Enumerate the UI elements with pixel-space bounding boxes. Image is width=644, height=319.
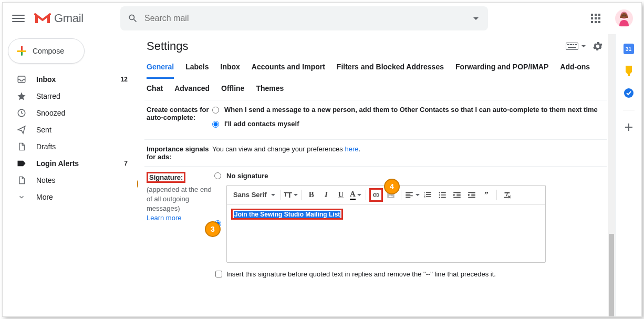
svg-point-7 <box>439 194 440 195</box>
left-sidebar: Compose Inbox 12 Starred Snoozed Sent <box>3 34 137 316</box>
tab-themes[interactable]: Themes <box>256 84 284 92</box>
scrollbar-thumb[interactable] <box>609 234 614 316</box>
font-size-button[interactable]: TT <box>284 188 298 202</box>
topbar: Gmail <box>3 3 641 34</box>
sidebar-item-login-alerts[interactable]: Login Alerts 7 <box>3 155 137 172</box>
google-apps-icon[interactable] <box>591 14 600 23</box>
search-bar[interactable] <box>120 6 488 30</box>
main-menu-icon[interactable] <box>12 12 25 25</box>
signature-learn-more[interactable]: Learn more <box>147 214 212 222</box>
no-signature-label: No signature <box>226 172 268 180</box>
importance-link[interactable]: here <box>345 145 358 153</box>
sent-icon <box>16 125 27 135</box>
bold-button[interactable]: B <box>305 188 318 202</box>
svg-point-6 <box>439 192 440 193</box>
underline-button[interactable]: U <box>334 188 348 202</box>
remove-formatting-button[interactable] <box>500 188 514 202</box>
sidebar-label: Sent <box>36 126 129 134</box>
contacts-opt2-text: I'll add contacts myself <box>224 120 299 128</box>
search-options-caret-icon[interactable] <box>473 17 479 20</box>
align-button[interactable] <box>404 188 420 202</box>
tag-icon <box>16 159 27 168</box>
section-contacts: Create contacts for auto-complete: When … <box>137 100 615 139</box>
signature-textarea[interactable]: Join the Sewing Studio Mailing List <box>227 204 545 262</box>
contacts-opt2-radio[interactable] <box>212 121 219 128</box>
account-avatar[interactable] <box>615 9 633 27</box>
sidebar-label: Login Alerts <box>36 159 124 168</box>
tab-forwarding[interactable]: Forwarding and POP/IMAP <box>455 57 548 79</box>
sidebar-item-drafts[interactable]: Drafts <box>3 138 137 155</box>
sidebar-item-notes[interactable]: Notes <box>3 172 137 189</box>
keep-icon[interactable] <box>624 66 634 76</box>
input-tools-icon[interactable] <box>566 43 578 50</box>
svg-point-9 <box>624 88 633 98</box>
svg-point-1 <box>622 15 624 16</box>
calendar-icon[interactable]: 31 <box>624 44 634 54</box>
tab-offline[interactable]: Offline <box>221 84 244 92</box>
tasks-icon[interactable] <box>624 88 634 98</box>
quote-button[interactable]: ” <box>480 188 493 202</box>
settings-header: Settings <box>137 34 615 57</box>
importance-text1: You can view and change your preferences <box>212 145 345 153</box>
sidebar-item-inbox[interactable]: Inbox 12 <box>3 71 137 88</box>
tab-labels[interactable]: Labels <box>185 57 209 79</box>
settings-tabs-row1: General Labels Inbox Accounts and Import… <box>137 57 615 79</box>
clock-icon <box>16 108 27 118</box>
tab-filters[interactable]: Filters and Blocked Addresses <box>337 57 444 79</box>
sidebar-item-more[interactable]: More <box>3 189 137 205</box>
input-tools-caret-icon[interactable] <box>581 45 586 47</box>
gmail-logo[interactable]: Gmail <box>34 12 84 25</box>
gmail-wordmark: Gmail <box>54 12 84 25</box>
settings-tabs-row2: Chat Advanced Offline Themes <box>137 79 615 100</box>
sidebar-count: 12 <box>121 76 128 83</box>
tab-advanced[interactable]: Advanced <box>174 84 210 92</box>
scrollbar[interactable] <box>608 34 615 316</box>
tab-chat[interactable]: Chat <box>147 84 163 92</box>
plus-icon <box>17 46 26 56</box>
sidebar-item-starred[interactable]: Starred <box>3 88 137 105</box>
get-addons-icon[interactable] <box>624 122 634 132</box>
bulleted-list-button[interactable] <box>435 188 449 202</box>
insert-before-checkbox[interactable] <box>215 271 222 277</box>
tab-accounts[interactable]: Accounts and Import <box>252 57 325 79</box>
signature-desc: (appended at the end of all outgoing mes… <box>147 185 212 214</box>
italic-button[interactable]: I <box>319 188 333 202</box>
sidebar-count: 7 <box>124 160 128 167</box>
search-input[interactable] <box>144 14 467 23</box>
tab-inbox[interactable]: Inbox <box>221 57 240 79</box>
annotation-badge-4: 4 <box>384 179 400 194</box>
app-shell: Gmail Compose Inbox 12 <box>2 2 642 317</box>
file-icon <box>16 176 27 185</box>
insert-link-button[interactable] <box>369 188 383 202</box>
svg-point-2 <box>625 15 626 16</box>
chevron-down-icon <box>16 193 27 201</box>
compose-button[interactable]: Compose <box>8 38 85 64</box>
tab-addons[interactable]: Add-ons <box>560 57 590 79</box>
sidebar-item-sent[interactable]: Sent <box>3 121 137 138</box>
settings-title: Settings <box>147 39 189 53</box>
inbox-icon <box>16 75 27 84</box>
contacts-opt1-radio[interactable] <box>212 107 219 114</box>
importance-label: Importance signals for ads: <box>147 145 212 161</box>
star-icon <box>16 91 27 101</box>
contacts-opt1-text: When I send a message to a new person, a… <box>224 106 598 114</box>
gear-icon[interactable] <box>592 40 604 52</box>
indent-less-button[interactable] <box>450 188 464 202</box>
text-color-button[interactable]: A <box>349 188 362 202</box>
numbered-list-button[interactable] <box>421 188 434 202</box>
no-signature-radio[interactable] <box>214 172 221 179</box>
svg-point-8 <box>439 197 440 198</box>
rail-divider <box>623 110 635 110</box>
sidebar-label: Inbox <box>36 75 121 84</box>
compose-label: Compose <box>33 47 64 55</box>
file-icon <box>16 142 27 151</box>
sidebar-label: Drafts <box>36 142 129 151</box>
sidebar-label: Starred <box>36 92 129 100</box>
sidebar-item-snoozed[interactable]: Snoozed <box>3 105 137 121</box>
tab-general[interactable]: General <box>147 57 174 79</box>
indent-more-button[interactable] <box>465 188 479 202</box>
font-select[interactable]: Sans Serif <box>230 191 277 199</box>
signature-editor: Sans Serif TT B I U A <box>226 185 546 263</box>
gmail-envelope-icon <box>34 12 51 25</box>
main-content: Settings General Labels Inbox Accounts a… <box>137 34 615 316</box>
